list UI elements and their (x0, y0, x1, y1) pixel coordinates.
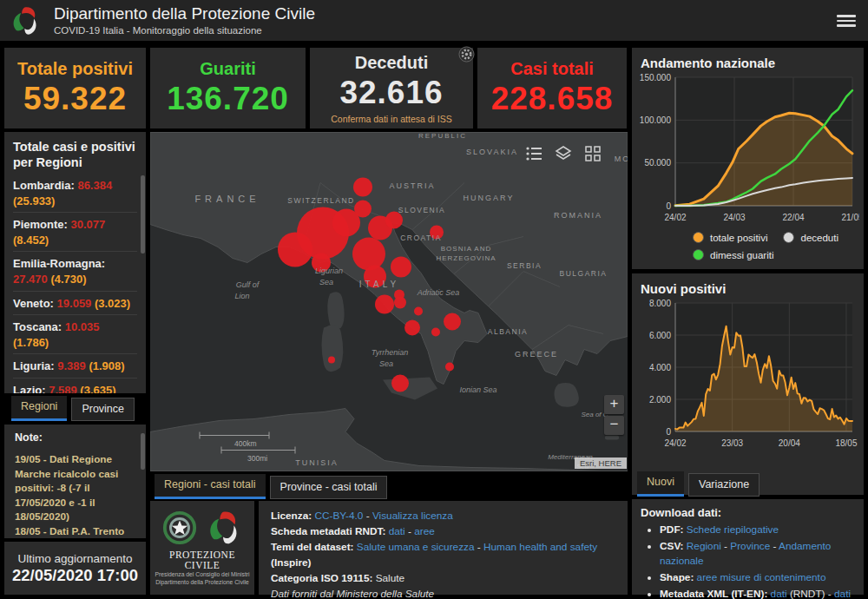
link[interactable]: Visualizza licenza (372, 510, 453, 522)
svg-text:0: 0 (666, 427, 671, 437)
repubblica-italiana-emblem-icon (161, 510, 198, 546)
link[interactable]: CC-BY-4.0 (314, 510, 363, 522)
map-scale-mi: 300mi (247, 454, 267, 463)
map-case-bubble[interactable] (445, 363, 454, 372)
map-case-bubble[interactable] (385, 212, 403, 229)
basemap-icon[interactable] (582, 144, 603, 163)
nuovi-positivi-chart[interactable]: 02.0004.0006.0008.00024/0223/0320/0418/0… (635, 298, 859, 452)
link[interactable]: aree misure di contenimento (697, 571, 826, 583)
text: - (405, 525, 414, 537)
svg-text:24/02: 24/02 (664, 213, 686, 222)
map-country-label: TUNISIA (295, 458, 339, 467)
map-case-bubble[interactable] (352, 238, 385, 271)
legend-item[interactable]: deceduti (783, 232, 838, 243)
logo-title: PROTEZIONE CIVILE (154, 550, 251, 570)
legend-dot-icon (783, 232, 794, 243)
map-sea-label: Ligurian (315, 267, 343, 275)
map-case-bubble[interactable] (391, 375, 409, 392)
regions-panel: Totale casi e positivi per Regioni Lomba… (4, 132, 146, 393)
map-country-label: ALBANIA (488, 327, 528, 336)
legend-item[interactable]: dimessi guariti (693, 249, 774, 260)
map-canvas[interactable]: REPUBLICFRANCESWITZERLANDAUSTRIASLOVENIA… (150, 132, 628, 471)
zoom-in-button[interactable]: + (604, 395, 624, 414)
stat-value: 228.658 (491, 81, 614, 117)
map-country-label: ROMANIA (554, 211, 602, 220)
text: Dati forniti dal Ministero della Salute (271, 588, 434, 599)
svg-text:2.000: 2.000 (649, 395, 671, 405)
link[interactable]: dati (771, 588, 787, 599)
link[interactable]: Human health and safety (483, 541, 597, 553)
andamento-nazionale-panel: Andamento nazionale 050.000100.000150.00… (632, 48, 864, 269)
tab-nuovi[interactable]: Nuovi (637, 471, 684, 497)
region-row[interactable]: Liguria: 9.389 (1.908) (13, 354, 137, 378)
tab-regioni[interactable]: Regioni (11, 396, 67, 421)
svg-text:23/03: 23/03 (721, 438, 743, 448)
nuovi-tabs: Nuovi Variazione (637, 471, 760, 497)
link[interactable]: dati (389, 525, 405, 537)
stat-label: Casi totali (510, 59, 594, 79)
map[interactable]: REPUBLICFRANCESWITZERLANDAUSTRIASLOVENIA… (150, 132, 628, 471)
map-case-bubble[interactable] (328, 357, 335, 364)
map-country-label: SERBIA (507, 261, 542, 270)
logo-subtitle-2: Dipartimento della Protezione Civile (155, 578, 249, 586)
map-case-bubble[interactable] (404, 320, 420, 336)
text: Scheda metadati RNDT: (271, 525, 389, 537)
scrollbar[interactable] (141, 433, 145, 470)
link[interactable]: Salute umana e sicurezza (357, 541, 475, 553)
map-case-bubble[interactable] (353, 178, 372, 197)
map-case-bubble[interactable] (431, 328, 440, 337)
map-case-bubble[interactable] (414, 307, 423, 316)
link[interactable]: Regioni (687, 540, 721, 552)
tab-province-casi-totali[interactable]: Province - casi totali (270, 476, 388, 499)
download-item: Shape: aree misure di contenimento (660, 570, 855, 586)
tab-regioni-casi-totali[interactable]: Regioni - casi totali (155, 474, 266, 499)
link[interactable]: dati (834, 588, 851, 599)
svg-text:6.000: 6.000 (649, 331, 671, 340)
map-case-bubble[interactable] (444, 313, 461, 331)
link[interactable]: aree (414, 525, 435, 537)
map-country-label: SLOVAKIA (466, 148, 518, 156)
region-row[interactable]: Piemonte: 30.077 (8.452) (13, 213, 137, 252)
menu-icon[interactable] (837, 12, 856, 28)
map-sea-label: Gulf of (236, 280, 260, 289)
logos-panel: PROTEZIONE CIVILE Presidenza del Consigl… (150, 501, 254, 595)
andamento-chart[interactable]: 050.000100.000150.00024/0224/0322/0421/0… (635, 72, 859, 227)
map-case-bubble[interactable] (354, 201, 372, 218)
region-row[interactable]: Veneto: 19.059 (3.023) (13, 292, 137, 316)
tab-variazione[interactable]: Variazione (688, 473, 760, 497)
map-sea-label: Lion (234, 292, 249, 300)
svg-text:18/05: 18/05 (835, 438, 857, 448)
map-case-bubble[interactable] (391, 257, 411, 278)
region-row[interactable]: Toscana: 10.035 (1.786) (13, 315, 137, 354)
region-row[interactable]: Lombardia: 86.384 (25.933) (13, 174, 137, 213)
legend-icon[interactable] (523, 144, 544, 163)
region-row[interactable]: Lazio: 7.589 (3.635) (13, 378, 137, 393)
map-case-bubble[interactable] (375, 295, 394, 314)
scrollbar[interactable] (141, 175, 145, 253)
text: Licenza: (271, 510, 314, 522)
stat-value: 32.616 (339, 75, 443, 111)
text: (Inspire) (271, 556, 312, 569)
note-line: 19/05 - Dati Regione Marche ricalcolo ca… (15, 452, 135, 524)
region-row[interactable]: Emilia-Romagna: 27.470 (4.730) (13, 252, 137, 291)
download-item: CSV: Regioni - Province - Andamento nazi… (660, 539, 855, 569)
map-sea-label: Ionian Sea (459, 385, 496, 394)
last-update-value: 22/05/2020 17:00 (12, 566, 138, 585)
tab-province[interactable]: Province (71, 398, 135, 421)
svg-text:50.000: 50.000 (644, 158, 671, 168)
protezione-civile-logo-icon (207, 510, 243, 546)
layers-icon[interactable] (553, 144, 574, 163)
map-sea-label: Adriatic Sea (417, 288, 460, 297)
map-country-label: REPUBLIC (418, 132, 467, 140)
zoom-out-button[interactable]: − (604, 416, 624, 435)
link[interactable]: Province (730, 540, 770, 552)
settings-gear-icon[interactable] (458, 46, 475, 63)
svg-text:22/04: 22/04 (782, 213, 804, 222)
legend-item[interactable]: totale positivi (693, 232, 767, 243)
map-country-label: FRANCE (194, 194, 260, 204)
last-update-panel: Ultimo aggiornamento 22/05/2020 17:00 (4, 542, 146, 595)
map-case-bubble[interactable] (394, 297, 406, 309)
map-country-label: HERZEGOVINA (436, 254, 496, 262)
protezione-civile-logo-icon (10, 5, 42, 36)
link[interactable]: Schede riepilogative (687, 523, 779, 536)
